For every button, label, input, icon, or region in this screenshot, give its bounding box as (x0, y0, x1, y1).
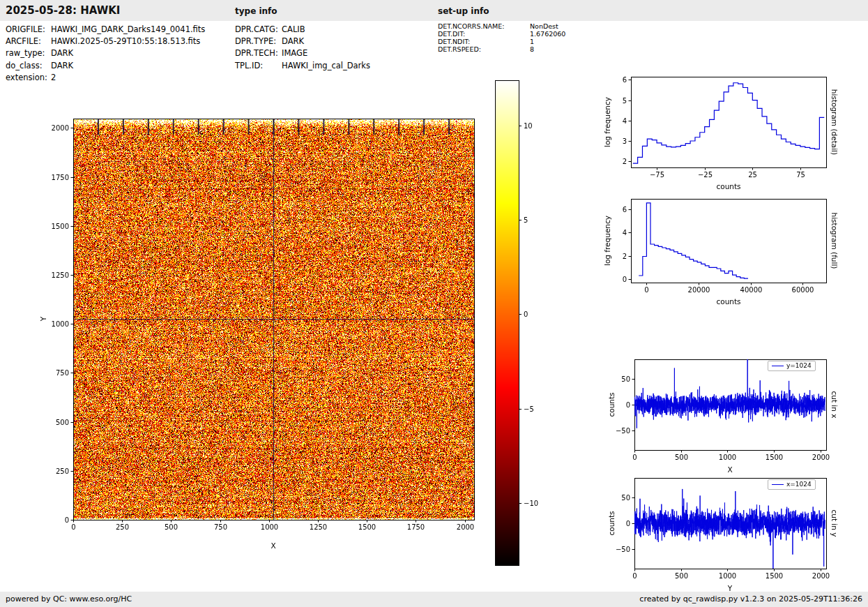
metadata-row: ORIGFILE:HAWKI_IMG_DARK_Darks149_0041.fi… (6, 24, 205, 36)
cut-y-legend-line-sample (772, 484, 784, 485)
metadata-label: DET.DIT: (438, 30, 530, 38)
metadata-value: DARK (282, 36, 304, 47)
dark-frame-image (28, 108, 488, 562)
metadata-value: 1 (530, 38, 534, 45)
metadata-row: DET.RSPEED:8 (438, 45, 565, 53)
histogram-full-xlabel: counts (683, 297, 774, 306)
cut-x-legend-label: y=1024 (786, 362, 812, 370)
page-title: 2025-05-28: HAWKI (6, 4, 120, 17)
footer-powered-by: powered by QC: www.eso.org/HC (6, 594, 132, 604)
cut-in-y-plot (603, 472, 833, 590)
cut-y-legend-label: x=1024 (786, 481, 812, 488)
metadata-label: ARCFILE: (6, 36, 51, 47)
metadata-row: ARCFILE:HAWKI.2025-05-29T10:55:18.513.fi… (6, 36, 205, 47)
metadata-row: DPR.TECH:IMAGE (235, 47, 370, 59)
metadata-row: TPL.ID:HAWKI_img_cal_Darks (235, 60, 370, 72)
cut-x-right-label: cut in x (830, 359, 839, 450)
cut-y-ylabel: counts (607, 478, 616, 569)
metadata-value: HAWKI_img_cal_Darks (282, 60, 370, 72)
metadata-value: HAWKI.2025-05-29T10:55:18.513.fits (51, 36, 200, 47)
histogram-detail-ylabel: log frequency (602, 77, 612, 167)
type-info-heading: type info (235, 6, 277, 16)
metadata-row: DPR.TYPE:DARK (235, 36, 370, 47)
qc-report-page: 2025-05-28: HAWKI type info set-up info … (0, 0, 868, 607)
cut-in-x-plot (603, 354, 833, 471)
histogram-full-plot (600, 193, 833, 304)
metadata-value: HAWKI_IMG_DARK_Darks149_0041.fits (51, 24, 205, 36)
metadata-row: DPR.CATG:CALIB (235, 24, 370, 36)
metadata-value: 1.6762060 (530, 30, 565, 38)
metadata-row: DET.DIT:1.6762060 (438, 30, 565, 38)
metadata-value: DARK (51, 47, 73, 59)
metadata-row: do_class:DARK (6, 60, 205, 72)
metadata-value: NonDest (530, 22, 558, 30)
cut-y-right-label: cut in y (830, 478, 839, 569)
metadata-row: extension:2 (6, 72, 205, 84)
metadata-label: DPR.CATG: (235, 24, 282, 36)
metadata-label: raw_type: (6, 47, 51, 59)
histogram-detail-plot (600, 71, 833, 188)
metadata-value: 8 (530, 45, 534, 53)
file-info-block: ORIGFILE:HAWKI_IMG_DARK_Darks149_0041.fi… (6, 24, 205, 84)
metadata-label: TPL.ID: (235, 60, 282, 72)
metadata-value: 2 (51, 72, 56, 84)
histogram-full-right-label: histogram (full) (830, 195, 839, 286)
cut-x-legend: y=1024 (768, 361, 816, 371)
main-image-xlabel: X (228, 541, 319, 550)
main-image-ylabel: Y (38, 273, 48, 364)
footer-created-by: created by qc_rawdisp.py v1.2.3 on 2025-… (639, 594, 862, 604)
metadata-row: raw_type:DARK (6, 47, 205, 59)
metadata-value: CALIB (282, 24, 305, 36)
metadata-label: DET.NDIT: (438, 38, 530, 45)
metadata-label: do_class: (6, 60, 51, 72)
histogram-detail-xlabel: counts (683, 181, 774, 191)
metadata-row: DET.NDIT:1 (438, 38, 565, 45)
metadata-label: DPR.TECH: (235, 47, 282, 59)
histogram-full-ylabel: log frequency (602, 195, 612, 286)
histogram-detail-right-label: histogram (detail) (830, 77, 839, 167)
metadata-label: DET.NCORRS.NAME: (438, 22, 530, 30)
header-bar: 2025-05-28: HAWKI type info set-up info (0, 0, 868, 21)
cut-x-ylabel: counts (607, 359, 616, 450)
metadata-value: IMAGE (282, 47, 307, 59)
setup-info-heading: set-up info (438, 6, 489, 16)
colorbar (488, 77, 552, 574)
metadata-label: ORIGFILE: (6, 24, 51, 36)
type-info-block: DPR.CATG:CALIB DPR.TYPE:DARK DPR.TECH:IM… (235, 24, 370, 72)
metadata-label: DET.RSPEED: (438, 45, 530, 53)
cut-y-legend: x=1024 (768, 479, 816, 490)
metadata-row: DET.NCORRS.NAME:NonDest (438, 22, 565, 30)
setup-info-block: DET.NCORRS.NAME:NonDest DET.DIT:1.676206… (438, 22, 565, 53)
metadata-label: extension: (6, 72, 51, 84)
metadata-label: DPR.TYPE: (235, 36, 282, 47)
metadata-value: DARK (51, 60, 73, 72)
cut-x-legend-line-sample (772, 366, 784, 366)
